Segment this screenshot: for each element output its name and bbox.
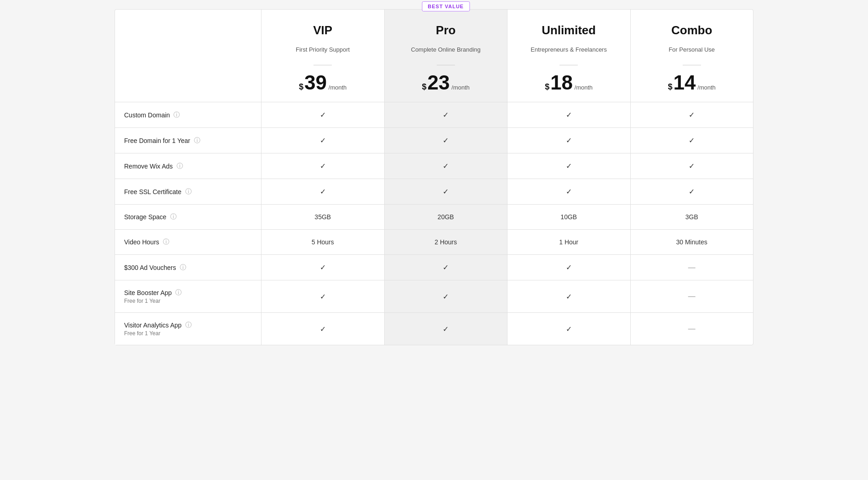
checkmark-icon: ✓ <box>320 136 326 145</box>
plan-header-unlimited: Unlimited Entrepreneurs & Freelancers $ … <box>507 10 630 102</box>
checkmark-icon: ✓ <box>689 162 695 170</box>
feature-value-text: 5 Hours <box>312 238 334 246</box>
feature-label-cell-3: Free SSL Certificateⓘ <box>115 179 261 204</box>
feature-value-5-1: 2 Hours <box>384 230 507 254</box>
plan-subtitle-pro: Complete Online Branding <box>394 41 498 58</box>
feature-label-main: Visitor Analytics App <box>124 322 182 329</box>
feature-value-5-0: 5 Hours <box>261 230 384 254</box>
table-row: Storage Spaceⓘ35GB20GB10GB3GB <box>115 204 753 229</box>
checkmark-icon: ✓ <box>443 111 449 119</box>
feature-value-text: 10GB <box>560 213 577 221</box>
price-period-combo: /month <box>697 84 716 91</box>
feature-value-4-3: 3GB <box>630 205 753 229</box>
feature-label-cell-7: Site Booster AppⓘFree for 1 Year <box>115 280 261 312</box>
feature-value-0-0: ✓ <box>261 102 384 127</box>
plan-name-pro: Pro <box>394 23 498 37</box>
price-dollar-vip: $ <box>299 82 303 92</box>
checkmark-icon: ✓ <box>443 187 449 196</box>
feature-value-4-0: 35GB <box>261 205 384 229</box>
feature-value-2-2: ✓ <box>507 153 630 179</box>
checkmark-icon: ✓ <box>320 187 326 196</box>
plan-name-unlimited: Unlimited <box>517 23 621 37</box>
best-value-badge: BEST VALUE <box>422 1 470 11</box>
info-icon[interactable]: ⓘ <box>177 162 183 170</box>
feature-value-7-3: — <box>630 280 753 312</box>
feature-label-cell-0: Custom Domainⓘ <box>115 102 261 127</box>
dash-icon: — <box>688 325 695 333</box>
divider-vip <box>314 65 332 65</box>
checkmark-icon: ✓ <box>689 111 695 119</box>
price-amount-combo: 14 <box>673 73 695 93</box>
feature-value-7-0: ✓ <box>261 280 384 312</box>
table-row: Visitor Analytics AppⓘFree for 1 Year✓✓✓… <box>115 312 753 345</box>
plan-subtitle-vip: First Priority Support <box>271 41 375 58</box>
feature-label-sub: Free for 1 Year <box>124 330 160 337</box>
checkmark-icon: ✓ <box>320 111 326 119</box>
divider-pro <box>437 65 455 65</box>
feature-label-cell-8: Visitor Analytics AppⓘFree for 1 Year <box>115 313 261 345</box>
feature-value-7-2: ✓ <box>507 280 630 312</box>
feature-value-4-2: 10GB <box>507 205 630 229</box>
feature-value-6-0: ✓ <box>261 255 384 280</box>
feature-label-main: Custom Domain <box>124 111 170 119</box>
price-period-unlimited: /month <box>575 84 593 91</box>
feature-value-0-3: ✓ <box>630 102 753 127</box>
price-dollar-unlimited: $ <box>545 82 549 92</box>
feature-label-cell-1: Free Domain for 1 Yearⓘ <box>115 128 261 153</box>
feature-label-cell-5: Video Hoursⓘ <box>115 230 261 254</box>
table-row: Free Domain for 1 Yearⓘ✓✓✓✓ <box>115 127 753 153</box>
feature-value-7-1: ✓ <box>384 280 507 312</box>
info-icon[interactable]: ⓘ <box>163 238 169 246</box>
feature-value-3-1: ✓ <box>384 179 507 204</box>
info-icon[interactable]: ⓘ <box>185 321 192 329</box>
price-amount-vip: 39 <box>304 73 327 93</box>
feature-label-main: $300 Ad Vouchers <box>124 264 176 271</box>
feature-value-text: 35GB <box>314 213 331 221</box>
feature-value-3-3: ✓ <box>630 179 753 204</box>
feature-value-2-1: ✓ <box>384 153 507 179</box>
feature-label-main: Remove Wix Ads <box>124 163 173 170</box>
info-icon[interactable]: ⓘ <box>185 188 192 196</box>
price-combo: $ 14 /month <box>640 73 744 93</box>
feature-value-2-3: ✓ <box>630 153 753 179</box>
table-row: Custom Domainⓘ✓✓✓✓ <box>115 102 753 127</box>
price-period-pro: /month <box>451 84 470 91</box>
info-icon[interactable]: ⓘ <box>173 111 180 119</box>
checkmark-icon: ✓ <box>443 263 449 272</box>
feature-value-8-1: ✓ <box>384 313 507 345</box>
feature-value-1-1: ✓ <box>384 128 507 153</box>
checkmark-icon: ✓ <box>320 292 326 301</box>
checkmark-icon: ✓ <box>689 136 695 145</box>
checkmark-icon: ✓ <box>566 187 572 196</box>
checkmark-icon: ✓ <box>443 292 449 301</box>
price-amount-pro: 23 <box>427 73 450 93</box>
feature-label-main: Site Booster App <box>124 289 172 296</box>
table-row: Remove Wix Adsⓘ✓✓✓✓ <box>115 153 753 179</box>
feature-value-6-2: ✓ <box>507 255 630 280</box>
checkmark-icon: ✓ <box>443 136 449 145</box>
feature-value-5-2: 1 Hour <box>507 230 630 254</box>
plan-subtitle-unlimited: Entrepreneurs & Freelancers <box>517 41 621 58</box>
feature-value-1-0: ✓ <box>261 128 384 153</box>
info-icon[interactable]: ⓘ <box>180 264 186 272</box>
price-vip: $ 39 /month <box>271 73 375 93</box>
feature-value-8-3: — <box>630 313 753 345</box>
plan-name-vip: VIP <box>271 23 375 37</box>
checkmark-icon: ✓ <box>566 325 572 333</box>
feature-value-text: 2 Hours <box>434 238 457 246</box>
price-dollar-pro: $ <box>422 82 426 92</box>
feature-label-cell-4: Storage Spaceⓘ <box>115 205 261 229</box>
checkmark-icon: ✓ <box>320 325 326 333</box>
checkmark-icon: ✓ <box>320 263 326 272</box>
price-amount-unlimited: 18 <box>550 73 573 93</box>
plan-subtitle-combo: For Personal Use <box>640 41 744 58</box>
plan-name-combo: Combo <box>640 23 744 37</box>
checkmark-icon: ✓ <box>566 136 572 145</box>
plan-header-combo: Combo For Personal Use $ 14 /month <box>630 10 753 102</box>
checkmark-icon: ✓ <box>566 263 572 272</box>
price-period-vip: /month <box>329 84 347 91</box>
plan-header-pro: BEST VALUE Pro Complete Online Branding … <box>384 10 507 102</box>
info-icon[interactable]: ⓘ <box>175 289 182 297</box>
info-icon[interactable]: ⓘ <box>194 137 200 145</box>
info-icon[interactable]: ⓘ <box>170 213 177 221</box>
